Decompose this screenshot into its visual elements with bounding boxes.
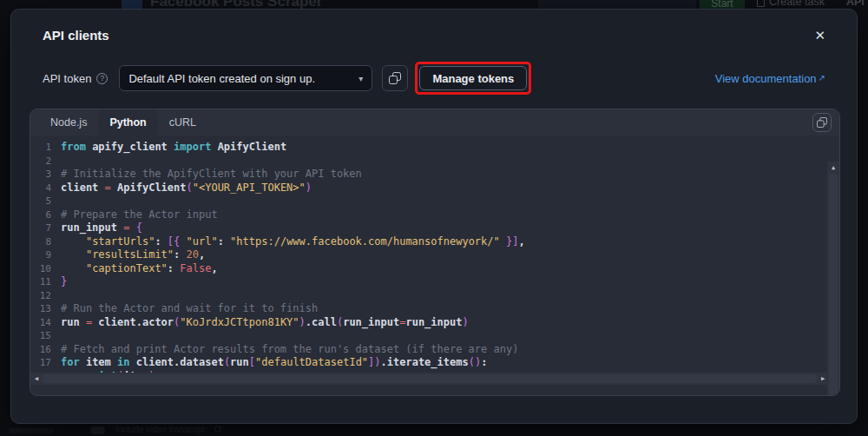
api-token-label: API token ? bbox=[43, 72, 108, 85]
copy-token-button[interactable] bbox=[382, 65, 408, 91]
line-number: 4 bbox=[30, 182, 51, 195]
line-number: 5 bbox=[30, 195, 51, 208]
code-line-text: from apify_client import ApifyClient bbox=[61, 141, 286, 155]
code-line: 10 "captionText": False, bbox=[30, 262, 839, 276]
code-line: 9 "resultsLimit": 20, bbox=[30, 248, 839, 262]
api-token-dropdown-value: Default API token created on sign up. bbox=[128, 72, 352, 85]
api-token-label-text: API token bbox=[43, 72, 91, 85]
code-line: 17for item in client.dataset(run["defaul… bbox=[30, 356, 839, 370]
actor-title: Facebook Posts Scraper bbox=[150, 0, 322, 9]
scroll-left-arrow[interactable]: ◀ bbox=[30, 373, 43, 385]
code-line: 1from apify_client import ApifyClient bbox=[30, 141, 839, 155]
tab-nodejs[interactable]: Node.js bbox=[39, 109, 98, 135]
code-line: 13# Run the Actor and wait for it to fin… bbox=[30, 302, 839, 316]
line-number: 14 bbox=[30, 316, 51, 330]
line-number: 3 bbox=[30, 168, 51, 182]
toggle-label: Include video transcript bbox=[115, 425, 205, 434]
line-number: 1 bbox=[30, 141, 51, 155]
scroll-right-arrow[interactable]: ▶ bbox=[817, 373, 829, 385]
line-number: 8 bbox=[30, 235, 51, 249]
modal-header: API clients ✕ bbox=[11, 10, 857, 43]
document-icon bbox=[757, 0, 765, 7]
copy-code-button[interactable] bbox=[812, 113, 832, 132]
code-line: 6# Prepare the Actor input bbox=[30, 208, 839, 222]
close-icon[interactable]: ✕ bbox=[812, 27, 827, 43]
code-line-text: "resultsLimit": 20, bbox=[61, 248, 205, 262]
code-line-text: "captionText": False, bbox=[61, 262, 218, 276]
code-line: 14run = client.actor("KoJrdxJCTtpon81KY"… bbox=[30, 316, 839, 330]
start-button: Start bbox=[700, 0, 745, 9]
code-line-text: } bbox=[61, 275, 67, 289]
code-line-text: # Run the Actor and wait for it to finis… bbox=[61, 302, 318, 316]
tab-curl[interactable]: cURL bbox=[158, 109, 207, 135]
code-line: 3# Initialize the ApifyClient with your … bbox=[30, 168, 839, 182]
vertical-scrollbar-thumb[interactable] bbox=[829, 174, 838, 396]
code-line-text: client = ApifyClient("<YOUR_API_TOKEN>") bbox=[61, 182, 312, 195]
code-line: 16# Fetch and print Actor results from t… bbox=[30, 343, 839, 357]
code-line-text: # Fetch and print Actor results from the… bbox=[61, 343, 518, 357]
toggle-switch bbox=[90, 426, 105, 434]
code-line-text: run_input = { bbox=[61, 221, 142, 235]
line-number: 7 bbox=[30, 221, 51, 235]
code-line: 2 bbox=[30, 155, 839, 168]
background-pill-control bbox=[538, 0, 696, 9]
code-tabs: Node.jsPythoncURL bbox=[30, 109, 839, 135]
scroll-up-arrow[interactable]: ▲ bbox=[827, 162, 839, 174]
code-line-text: # Initialize the ApifyClient with your A… bbox=[61, 168, 362, 182]
manage-tokens-highlight: Manage tokens bbox=[415, 62, 531, 95]
code-line: 11} bbox=[30, 275, 839, 289]
line-number: 13 bbox=[30, 302, 51, 316]
code-line: 12 bbox=[30, 289, 839, 303]
background-page-bottom: Include video transcript bbox=[0, 424, 868, 436]
code-editor: 1from apify_client import ApifyClient23#… bbox=[30, 135, 839, 385]
code-line-text: "startUrls": [{ "url": "https://www.face… bbox=[61, 235, 525, 249]
manage-tokens-button[interactable]: Manage tokens bbox=[419, 66, 527, 90]
code-line: 15 bbox=[30, 329, 839, 343]
line-number: 2 bbox=[30, 155, 51, 168]
line-number: 15 bbox=[30, 329, 51, 343]
line-number: 16 bbox=[30, 343, 51, 357]
code-line: 8 "startUrls": [{ "url": "https://www.fa… bbox=[30, 235, 839, 249]
line-number: 12 bbox=[30, 289, 51, 303]
line-number: 17 bbox=[30, 356, 51, 370]
code-line-text: # Prepare the Actor input bbox=[61, 208, 218, 222]
copy-icon bbox=[389, 72, 401, 84]
code-line-text: for item in client.dataset(run["defaultD… bbox=[61, 356, 487, 370]
horizontal-scrollbar-thumb[interactable] bbox=[43, 374, 817, 383]
code-line-text: run = client.actor("KoJrdxJCTtpon81KY").… bbox=[61, 316, 469, 330]
help-icon[interactable]: ? bbox=[96, 73, 108, 84]
background-faint-text bbox=[9, 428, 54, 433]
view-documentation-link[interactable]: View documentation↗ bbox=[715, 72, 825, 85]
actor-logo bbox=[122, 0, 142, 9]
info-icon bbox=[214, 426, 221, 433]
line-number: 10 bbox=[30, 262, 51, 276]
background-page-top: Facebook Posts Scraper Start Create task… bbox=[0, 0, 868, 9]
external-link-icon: ↗ bbox=[819, 73, 825, 83]
chevron-down-icon: ▾ bbox=[358, 74, 363, 83]
code-line: 5 bbox=[30, 195, 839, 208]
code-line: 7run_input = { bbox=[30, 221, 839, 235]
code-line: 4client = ApifyClient("<YOUR_API_TOKEN>"… bbox=[30, 182, 839, 195]
api-token-row: API token ? Default API token created on… bbox=[43, 65, 825, 91]
api-tab-label: API bbox=[846, 0, 865, 8]
modal-title: API clients bbox=[43, 28, 109, 43]
api-token-dropdown[interactable]: Default API token created on sign up. ▾ bbox=[119, 65, 372, 91]
view-documentation-label: View documentation bbox=[715, 72, 817, 85]
line-number: 11 bbox=[30, 275, 51, 289]
create-task-button: Create task bbox=[757, 0, 825, 8]
tab-python[interactable]: Python bbox=[98, 109, 157, 135]
create-task-label: Create task bbox=[769, 0, 825, 8]
api-clients-modal: API clients ✕ API token ? Default API to… bbox=[10, 9, 858, 424]
copy-icon bbox=[817, 117, 827, 128]
line-number: 6 bbox=[30, 208, 51, 222]
code-panel: Node.jsPythoncURL 1from apify_client imp… bbox=[30, 109, 840, 396]
line-number: 9 bbox=[30, 248, 51, 262]
horizontal-scrollbar[interactable]: ◀ ▶ bbox=[30, 373, 829, 385]
vertical-scrollbar[interactable]: ▲ ▼ bbox=[827, 162, 839, 396]
